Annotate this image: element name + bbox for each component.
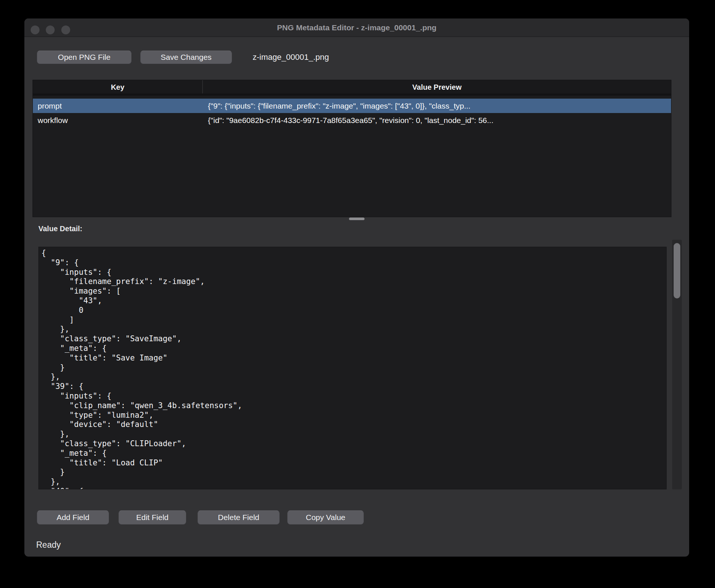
copy-value-button[interactable]: Copy Value [287, 510, 364, 524]
window-title: PNG Metadata Editor - z-image_00001_.png [24, 18, 689, 37]
metadata-table: Key Value Preview prompt {"9": {"inputs"… [32, 80, 671, 217]
scrollbar-track[interactable] [672, 240, 682, 489]
edit-field-button[interactable]: Edit Field [119, 510, 186, 524]
column-header-key[interactable]: Key [33, 80, 203, 93]
row-key: workflow [33, 116, 203, 125]
value-detail-content: { "9": { "inputs": { "filename_prefix": … [39, 247, 666, 489]
value-detail-label: Value Detail: [38, 225, 82, 233]
status-text: Ready [36, 540, 61, 550]
row-key: prompt [33, 102, 203, 110]
value-detail-textarea[interactable]: { "9": { "inputs": { "filename_prefix": … [38, 247, 667, 489]
open-png-file-button[interactable]: Open PNG File [37, 51, 131, 64]
app-window: PNG Metadata Editor - z-image_00001_.png… [24, 18, 689, 557]
title-bar: PNG Metadata Editor - z-image_00001_.png [24, 18, 689, 37]
row-value-preview: {"9": {"inputs": {"filename_prefix": "z-… [203, 102, 671, 110]
table-row-workflow[interactable]: workflow {"id": "9ae6082b-c7f4-433c-9971… [33, 113, 671, 127]
splitter-handle[interactable] [349, 218, 365, 220]
table-row-prompt[interactable]: prompt {"9": {"inputs": {"filename_prefi… [33, 99, 671, 113]
table-header: Key Value Preview [33, 80, 671, 96]
row-value-preview: {"id": "9ae6082b-c7f4-433c-9971-7a8f65a3… [203, 116, 671, 125]
column-header-value-preview[interactable]: Value Preview [203, 80, 671, 93]
delete-field-button[interactable]: Delete Field [198, 510, 280, 524]
scrollbar-thumb[interactable] [674, 243, 680, 298]
current-filename-label: z-image_00001_.png [253, 51, 329, 64]
add-field-button[interactable]: Add Field [37, 510, 109, 524]
save-changes-button[interactable]: Save Changes [140, 51, 232, 64]
